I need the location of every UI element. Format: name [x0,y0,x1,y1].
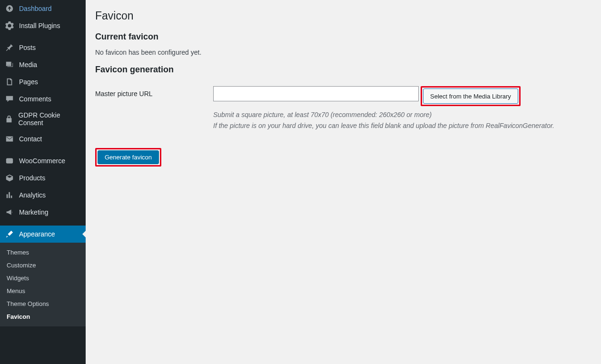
master-url-label: Master picture URL [95,86,213,98]
sidebar-item-posts[interactable]: Posts [0,39,86,56]
sidebar-label: Appearance [19,230,55,238]
sidebar-label: Marketing [19,208,48,216]
sidebar-label: Install Plugins [19,22,60,30]
dashboard-icon [5,4,14,13]
main-content: Favicon Current favicon No favicon has b… [86,0,601,364]
sidebar-label: Comments [19,95,51,103]
sidebar-item-analytics[interactable]: Analytics [0,187,86,204]
appearance-submenu: Themes Customize Widgets Menus Theme Opt… [0,243,86,326]
envelope-icon [5,134,14,144]
sidebar-label: Posts [19,44,36,51]
select-media-library-button[interactable]: Select from the Media Library [423,89,518,104]
sidebar-item-comments[interactable]: Comments [0,90,86,108]
generate-favicon-button[interactable]: Generate favicon [98,150,159,164]
gear-icon [5,21,14,30]
help-text-upload: If the picture is on your hard drive, yo… [213,121,591,131]
page-title: Favicon [95,10,591,22]
lock-icon [5,114,14,124]
sidebar-item-install-plugins[interactable]: Install Plugins [0,17,86,34]
sidebar-label: Dashboard [19,5,52,12]
sidebar-label: Media [19,61,37,69]
chart-icon [5,190,14,200]
submenu-themes[interactable]: Themes [0,246,86,259]
sidebar-item-pages[interactable]: Pages [0,73,86,90]
brush-icon [5,229,14,239]
woocommerce-icon [5,156,14,166]
sidebar-label: GDPR Cookie Consent [19,111,82,127]
sidebar-item-dashboard[interactable]: Dashboard [0,0,86,17]
no-favicon-text: No favicon has been configured yet. [95,49,591,56]
highlight-box-select: Select from the Media Library [421,86,521,106]
sidebar-item-contact[interactable]: Contact [0,130,86,148]
highlight-box-generate: Generate favicon [95,148,161,167]
sidebar-item-gdpr[interactable]: GDPR Cookie Consent [0,108,86,130]
megaphone-icon [5,207,14,217]
box-icon [5,173,14,183]
current-favicon-heading: Current favicon [95,32,591,42]
sidebar-label: Pages [19,78,38,86]
svg-rect-0 [6,158,13,164]
help-text-size: Submit a square picture, at least 70x70 … [213,110,591,120]
sidebar-label: WooCommerce [19,157,65,165]
sidebar-label: Products [19,174,45,182]
pages-icon [5,77,14,87]
master-url-input[interactable] [213,86,419,101]
comment-icon [5,94,14,104]
submenu-favicon[interactable]: Favicon [0,310,86,323]
sidebar-item-appearance[interactable]: Appearance [0,226,86,243]
sidebar-item-products[interactable]: Products [0,169,86,187]
sidebar-item-media[interactable]: Media [0,56,86,73]
sidebar-item-marketing[interactable]: Marketing [0,204,86,221]
pin-icon [5,43,14,52]
generation-heading: Favicon generation [95,65,591,75]
submenu-menus[interactable]: Menus [0,285,86,297]
submenu-customize[interactable]: Customize [0,259,86,272]
sidebar-label: Contact [19,135,42,143]
sidebar-label: Analytics [19,191,46,199]
sidebar-item-woocommerce[interactable]: WooCommerce [0,152,86,169]
submenu-theme-options[interactable]: Theme Options [0,297,86,310]
submenu-widgets[interactable]: Widgets [0,272,86,285]
media-icon [5,60,14,69]
admin-sidebar: Dashboard Install Plugins Posts Media Pa… [0,0,86,364]
master-url-row: Master picture URL Select from the Media… [95,86,591,131]
